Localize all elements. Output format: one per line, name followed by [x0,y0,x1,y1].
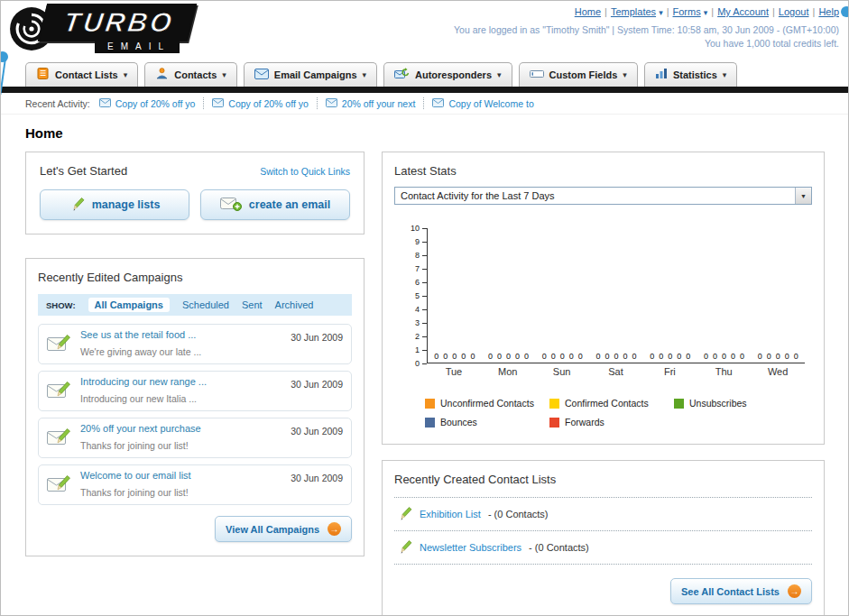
chart-value: 0 [776,352,780,361]
tab-autoresponders[interactable]: Autoresponders ▾ [383,62,512,87]
filter-all-campaigns[interactable]: All Campaigns [88,298,170,312]
chart-value: 0 [632,352,637,361]
tab-label: Custom Fields [549,69,618,80]
chart-value: 0 [659,352,663,361]
link-separator: | [667,6,669,17]
campaign-date: 30 Jun 2009 [291,379,343,390]
link-separator: | [813,6,816,17]
tab-label: Contacts [174,69,217,80]
header-right: Home|Templates ▾|Forms ▾|My Account|Logo… [454,6,839,49]
create-email-button[interactable]: create an email [200,189,350,220]
filter-scheduled[interactable]: Scheduled [182,299,229,310]
campaign-title-link[interactable]: See us at the retail food ... [80,329,282,340]
activity-separator [203,97,204,109]
header: TURBO EMAIL Home|Templates ▾|Forms ▾|My … [1,1,848,57]
tab-label: Statistics [673,69,717,80]
chart-value: 0 [434,352,438,361]
chevron-down-icon: ▾ [704,8,708,17]
credits-status: You have 1,000 total credits left. [454,38,839,49]
chevron-down-icon: ▾ [623,70,627,79]
envelope-plus-icon [220,196,242,214]
envelope-pencil-icon [47,333,72,356]
filter-sent[interactable]: Sent [242,299,263,310]
top-link-help[interactable]: Help [818,6,839,17]
y-axis-tick: 3 [415,318,427,327]
x-axis-label: Sat [589,366,643,377]
login-status: You are logged in as "Timothy Smith" | S… [454,24,839,35]
chart-legend: Unconfirmed ContactsConfirmed ContactsUn… [425,398,812,428]
custom-fields-icon [530,67,544,83]
chart-value: 0 [614,352,619,361]
campaign-row[interactable]: Welcome to our email list Thanks for joi… [38,464,352,505]
top-link-my-account[interactable]: My Account [717,6,769,17]
top-link-forms[interactable]: Forms [673,6,701,17]
show-label: SHOW: [46,300,76,310]
x-axis-label: Thu [697,366,751,377]
chart-value: 0 [623,352,628,361]
top-links: Home|Templates ▾|Forms ▾|My Account|Logo… [454,6,839,17]
recent-activity-item[interactable]: 20% off your next [326,98,416,109]
x-axis-label: Fri [642,366,697,377]
campaign-title-link[interactable]: 20% off your next purchase [80,423,282,434]
tab-custom-fields[interactable]: Custom Fields ▾ [519,62,638,87]
see-all-contact-lists-button[interactable]: See All Contact Lists → [670,578,812,604]
envelope-icon [212,98,224,109]
recent-activity-item[interactable]: Copy of 20% off yo [212,98,309,109]
recent-activity-item[interactable]: Copy of 20% off yo [99,98,196,109]
stats-period-dropdown[interactable]: Contact Activity for the Last 7 Days ▼ [394,187,812,205]
arrow-right-icon: → [328,522,341,536]
y-axis-tick: 7 [415,264,427,273]
view-all-campaigns-button[interactable]: View All Campaigns → [215,516,352,542]
envelope-pencil-icon [47,427,72,450]
logo-subtext: EMAIL [95,40,180,53]
campaigns-panel-title: Recently Edited Campaigns [38,271,352,284]
dropdown-arrow-icon: ▼ [795,188,811,204]
autoresponders-icon [394,67,410,83]
pencil-icon [397,539,412,556]
top-link-templates[interactable]: Templates [611,6,656,17]
activity-item-label: 20% off your next [342,98,416,109]
tab-statistics[interactable]: Statistics ▾ [644,62,737,87]
campaign-title-link[interactable]: Introducing our new range ... [80,376,282,387]
chart-value: 0 [650,352,654,361]
chart-value: 0 [560,352,565,361]
nav-divider-bar [1,87,848,93]
campaign-row[interactable]: 20% off your next purchase Thanks for jo… [38,418,352,458]
envelope-icon [99,98,111,109]
y-axis-tick: 6 [415,278,427,287]
top-link-home[interactable]: Home [575,6,601,17]
legend-entry: Bounces [425,417,549,428]
legend-label: Forwards [565,417,604,428]
top-link-logout[interactable]: Logout [779,6,809,17]
switch-quick-links-link[interactable]: Switch to Quick Links [260,166,350,177]
recent-activity-item[interactable]: Copy of Welcome to [432,98,533,109]
recent-activity-label: Recent Activity: [25,98,90,109]
campaign-title-link[interactable]: Welcome to our email list [80,470,282,481]
get-started-panel: Let's Get Started Switch to Quick Links … [25,152,365,234]
chevron-down-icon: ▾ [363,70,367,79]
chart-value: 0 [604,352,609,361]
filter-archived[interactable]: Archived [275,299,314,310]
contact-list-link[interactable]: Newsletter Subscribers [420,542,521,553]
tab-contact-lists[interactable]: Contact Lists ▾ [25,62,138,87]
get-started-title: Let's Get Started [40,164,127,178]
manage-lists-button[interactable]: manage lists [40,189,189,220]
contact-list-link[interactable]: Exhibition List [420,509,481,519]
chart-value: 0 [569,352,574,361]
legend-entry: Unsubscribes [674,398,798,409]
tab-email-campaigns[interactable]: Email Campaigns ▾ [244,62,377,87]
tab-contacts[interactable]: Contacts ▾ [144,62,237,87]
y-axis-tick: 0 [415,359,427,368]
campaign-row[interactable]: See us at the retail food ... We're givi… [38,324,352,364]
latest-stats-panel: Latest Stats Contact Activity for the La… [382,152,825,445]
statistics-icon [655,67,668,83]
y-axis-tick: 9 [415,237,427,246]
chart-value: 0 [524,352,529,361]
chart-value: 0 [731,352,735,361]
contact-lists: Exhibition List - (0 Contacts) Newslette… [394,497,812,565]
legend-entry: Unconfirmed Contacts [425,398,549,409]
legend-label: Unconfirmed Contacts [440,398,534,409]
chart-value-group: 00000 [482,352,536,363]
logo-wordmark: TURBO [38,4,197,41]
campaign-row[interactable]: Introducing our new range ... Introducin… [38,371,352,411]
